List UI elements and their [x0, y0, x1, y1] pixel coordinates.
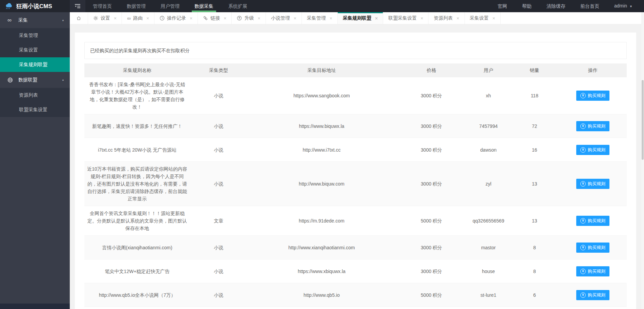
buy-rule-button[interactable]: ¥购买规则 [576, 216, 609, 226]
tab-close-icon[interactable]: × [224, 16, 226, 21]
sidebar-section-label: 数据联盟 [18, 77, 37, 83]
tab-label: 操作记录 [167, 15, 186, 21]
tab-close-icon[interactable]: × [375, 16, 378, 21]
cell-user: 小鸡炖蘑菇 [467, 307, 510, 309]
buy-rule-button[interactable]: ¥购买规则 [576, 290, 609, 300]
tab-item[interactable]: ∞路由× [122, 12, 154, 24]
topnav-right-item[interactable]: 前台首页 [573, 0, 607, 12]
tab-label: 资源列表 [434, 15, 453, 21]
yen-circle-icon: ¥ [580, 218, 586, 224]
tab-close-icon[interactable]: × [190, 16, 192, 21]
tab-close-icon[interactable]: × [493, 16, 495, 21]
tab-home[interactable] [70, 12, 88, 24]
upgrade-icon [237, 16, 242, 21]
cell-sales: 13 [510, 162, 559, 206]
cloud-rain-icon [5, 2, 14, 10]
collect-icon: ∞ [7, 17, 15, 23]
app-logo[interactable]: 狂雨小说CMS [0, 0, 70, 12]
column-header: 价格 [396, 63, 467, 77]
yen-circle-icon: ¥ [580, 123, 586, 129]
topnav-item[interactable]: 数据采集 [187, 0, 221, 12]
tab-close-icon[interactable]: × [420, 16, 423, 21]
cell-action: ¥购买规则 [559, 77, 627, 114]
cell-sales: 13 [510, 206, 559, 236]
cell-user: zyl [467, 162, 510, 206]
cell-action: ¥购买规则 [559, 138, 627, 162]
cell-action: ¥购买规则 [559, 307, 627, 309]
topnav-right-item[interactable]: 清除缓存 [539, 0, 573, 12]
cell-name: http://www.qb5.io全本小说网（7万） [84, 283, 190, 307]
table-header-row: 采集规则名称采集类型采集目标地址价格用户销量操作 [84, 63, 627, 77]
cell-sales: 16 [510, 138, 559, 162]
tab-close-icon[interactable]: × [114, 16, 117, 21]
tab-close-icon[interactable]: × [257, 16, 260, 21]
buy-rule-button[interactable]: ¥购买规则 [576, 145, 609, 155]
tab-item[interactable]: 采集设置× [465, 12, 501, 24]
buy-rule-button[interactable]: ¥购买规则 [576, 243, 609, 253]
tab-item[interactable]: 设置× [88, 12, 122, 24]
cell-url: http://www.i7txt.cc [247, 138, 396, 162]
cell-type: 文章 [190, 206, 247, 236]
cell-name: 全网首个资讯文章采集规则！！！源站更新稳定。分类默认是默认系统的文章分类，图片默… [84, 206, 190, 236]
sidebar-item[interactable]: 联盟采集设置 [0, 102, 70, 117]
buy-rule-button[interactable]: ¥购买规则 [576, 266, 609, 276]
sidebar-section-header[interactable]: 数据联盟▲ [0, 72, 70, 88]
cell-user: xh [467, 77, 510, 114]
table-row: 言情小说阁(xianqihaotianmi.com)小说http://www.x… [84, 236, 627, 259]
cell-price: 5000 积分 [396, 283, 467, 307]
sidebar-item[interactable]: 资源列表 [0, 88, 70, 102]
tab-item[interactable]: 升级× [232, 12, 266, 24]
topnav-right-item[interactable]: 帮助 [515, 0, 539, 12]
cell-price: 3000 积分 [396, 77, 467, 114]
gear-icon [93, 16, 98, 21]
top-nav: 管理首页数据管理用户管理数据采集系统扩展 [85, 0, 255, 12]
tab-close-icon[interactable]: × [294, 16, 296, 21]
scrollbar-thumb[interactable] [642, 80, 644, 160]
tab-item[interactable]: 小说管理× [266, 12, 302, 24]
cell-name: 近10万本书籍资源，购买后请设定你网站的内容规则-栏目规则-栏目转换，因为每个人… [84, 162, 190, 206]
tab-item[interactable]: 采集管理× [302, 12, 338, 24]
tab-label: 设置 [101, 15, 110, 21]
cell-name: 新笔趣阁，速度快！资源多！无任何推广！ [84, 114, 190, 138]
topnav-item[interactable]: 用户管理 [153, 0, 187, 12]
collapse-sidebar-icon[interactable] [70, 0, 85, 12]
tab-item[interactable]: 联盟采集设置× [383, 12, 429, 24]
sidebar-item[interactable]: 采集管理 [0, 28, 70, 43]
tab-item[interactable]: 采集规则联盟× [338, 12, 383, 24]
topnav-item[interactable]: 系统扩展 [221, 0, 255, 12]
buy-rule-button[interactable]: ¥购买规则 [576, 121, 609, 131]
sidebar-item[interactable]: 采集规则联盟 [0, 57, 70, 72]
cell-user: 7457994 [467, 114, 510, 138]
tab-label: 升级 [244, 15, 254, 21]
user-menu[interactable]: admin▼ [607, 0, 640, 13]
column-header: 采集目标地址 [247, 63, 396, 77]
table-row: 顶点小说230book.net小说https://www.230book.net… [84, 307, 627, 309]
sidebar-footer [0, 304, 70, 309]
sidebar-item[interactable]: 采集设置 [0, 43, 70, 57]
topnav-item[interactable]: 管理首页 [85, 0, 119, 12]
topnav-item[interactable]: 数据管理 [119, 0, 153, 12]
buy-rule-button[interactable]: ¥购买规则 [576, 179, 609, 189]
topbar: 狂雨小说CMS 管理首页数据管理用户管理数据采集系统扩展 官网帮助清除缓存前台首… [0, 0, 644, 12]
yen-circle-icon: ¥ [580, 245, 586, 250]
cell-type: 小说 [190, 283, 247, 307]
cell-type: 小说 [190, 138, 247, 162]
sidebar-section-header[interactable]: ∞采集▲ [0, 12, 70, 28]
tab-item[interactable]: 资源列表× [429, 12, 464, 24]
cell-type: 小说 [190, 77, 247, 114]
tab-label: 小说管理 [271, 15, 290, 21]
cell-name: 顶点小说230book.net [84, 307, 190, 309]
buy-rule-button[interactable]: ¥购买规则 [576, 91, 609, 101]
topnav-right-item[interactable]: 官网 [490, 0, 515, 12]
cell-name: i7txt.cc 5年老站 20W小说 无广告源站 [84, 138, 190, 162]
notice-banner: 已经购买的过的采集规则再次购买不在扣取积分 [84, 42, 627, 59]
tab-item[interactable]: 链接× [198, 12, 232, 24]
cell-sales: 8 [510, 236, 559, 259]
tab-close-icon[interactable]: × [146, 16, 149, 21]
cell-url: https://m.91dede.com [247, 206, 396, 236]
tab-close-icon[interactable]: × [456, 16, 459, 21]
yen-circle-icon: ¥ [580, 147, 586, 153]
tab-item[interactable]: 操作记录× [154, 12, 198, 24]
vertical-scrollbar[interactable] [641, 12, 644, 309]
tab-close-icon[interactable]: × [330, 16, 332, 21]
